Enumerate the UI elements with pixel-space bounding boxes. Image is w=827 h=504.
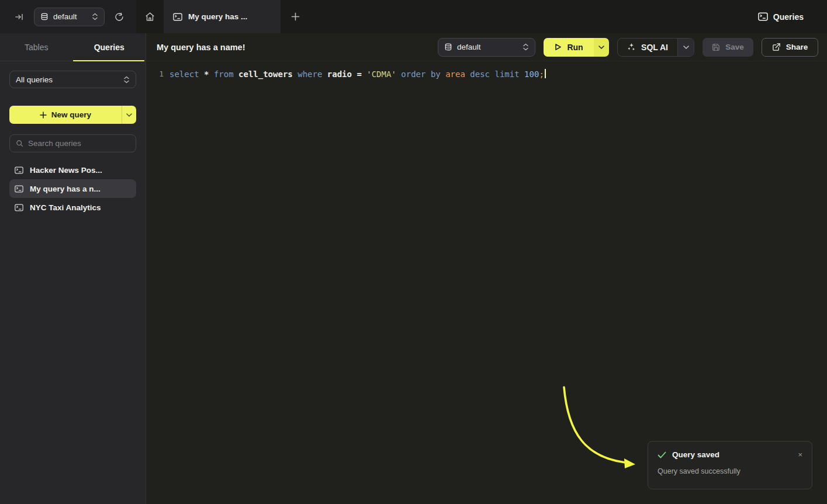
sidebar-tab-tables[interactable]: Tables	[0, 33, 73, 61]
search-queries-box[interactable]	[9, 134, 136, 152]
tab-strip: My query has ...	[136, 0, 758, 33]
sidebar-query-item[interactable]: NYC Taxi Analytics	[9, 198, 136, 217]
new-query-main[interactable]: New query	[9, 106, 122, 124]
sidebar-query-label: NYC Taxi Analytics	[30, 203, 101, 212]
save-button[interactable]: Save	[703, 38, 753, 57]
toast-title: Query saved	[672, 450, 791, 459]
close-icon[interactable]: ×	[797, 450, 804, 460]
toast-message: Query saved successfully	[658, 467, 804, 475]
updown-chevron-icon	[523, 43, 529, 51]
collapse-sidebar-icon[interactable]	[11, 8, 28, 26]
query-filter-value: All queries	[16, 75, 119, 84]
sidebar-body: All queries New query	[0, 61, 146, 226]
sidebar-tab-queries-label: Queries	[94, 43, 124, 52]
top-bar-left: default	[0, 0, 136, 33]
share-button[interactable]: Share	[762, 38, 818, 57]
text-cursor	[545, 69, 546, 78]
tab-label: My query has ...	[188, 12, 247, 21]
updown-chevron-icon	[123, 76, 130, 84]
toolbar-database-select[interactable]: default	[438, 38, 535, 57]
line-number: 1	[146, 68, 164, 81]
sidebar-query-label: My query has a n...	[30, 185, 101, 193]
sidebar-query-item[interactable]: Hacker News Pos...	[9, 161, 136, 179]
query-header: My query has a name! default	[146, 33, 827, 61]
search-queries-input[interactable]	[28, 139, 132, 148]
run-button-group: Run	[544, 38, 609, 57]
database-icon	[40, 13, 49, 21]
main-panel: My query has a name! default	[146, 33, 827, 504]
search-icon	[16, 140, 23, 147]
sql-ai-label: SQL AI	[641, 43, 668, 52]
sidebar-tabs: Tables Queries	[0, 33, 146, 61]
code-line-content: select * from cell_towers where radio = …	[164, 68, 546, 81]
sparkles-icon	[627, 43, 636, 51]
sidebar-tab-queries[interactable]: Queries	[73, 33, 146, 61]
sql-ai-button-group: SQL AI	[617, 38, 694, 57]
updown-chevron-icon	[92, 13, 98, 20]
new-tab-plus-icon[interactable]	[281, 0, 310, 33]
query-list: Hacker News Pos... My query has a n... N…	[9, 161, 136, 217]
query-terminal-icon	[758, 12, 768, 21]
topbar-database-value: default	[53, 12, 87, 21]
sql-ai-dropdown[interactable]	[677, 39, 694, 56]
save-button-label: Save	[725, 43, 744, 51]
plus-icon	[40, 112, 47, 119]
check-icon	[658, 451, 666, 458]
sidebar-tab-tables-label: Tables	[25, 43, 48, 52]
new-query-dropdown[interactable]	[122, 106, 136, 124]
page-title: My query has a name!	[157, 43, 245, 52]
run-button[interactable]: Run	[544, 38, 594, 57]
tab-my-query[interactable]: My query has ...	[164, 0, 281, 33]
code-line[interactable]: 1 select * from cell_towers where radio …	[146, 68, 827, 81]
share-button-label: Share	[786, 43, 808, 51]
run-button-label: Run	[567, 43, 583, 52]
query-terminal-icon	[173, 13, 182, 21]
query-terminal-icon	[15, 166, 23, 174]
topbar-database-select[interactable]: default	[34, 8, 105, 26]
toast-query-saved: Query saved × Query saved successfully	[648, 441, 812, 489]
query-terminal-icon	[15, 185, 23, 193]
top-bar: default My query has ...	[0, 0, 827, 33]
home-icon[interactable]	[136, 0, 164, 33]
sidebar: Tables Queries All queries	[0, 33, 146, 504]
refresh-icon[interactable]	[110, 8, 128, 26]
queries-indicator[interactable]: Queries	[758, 0, 827, 33]
sql-ai-button[interactable]: SQL AI	[618, 39, 677, 56]
toolbar-database-value: default	[457, 43, 518, 51]
query-filter-select[interactable]: All queries	[9, 71, 136, 88]
new-query-button[interactable]: New query	[9, 106, 136, 124]
save-icon	[712, 43, 720, 51]
sql-editor[interactable]: 1 select * from cell_towers where radio …	[146, 61, 827, 504]
sidebar-query-item[interactable]: My query has a n...	[9, 179, 136, 198]
new-query-label: New query	[51, 110, 91, 119]
run-dropdown[interactable]	[594, 38, 609, 57]
queries-indicator-label: Queries	[773, 12, 804, 22]
share-icon	[772, 43, 781, 51]
database-icon	[444, 43, 452, 51]
query-terminal-icon	[15, 204, 23, 211]
toolbar: default Run	[438, 38, 818, 57]
play-icon	[554, 43, 562, 51]
sidebar-query-label: Hacker News Pos...	[30, 166, 102, 175]
